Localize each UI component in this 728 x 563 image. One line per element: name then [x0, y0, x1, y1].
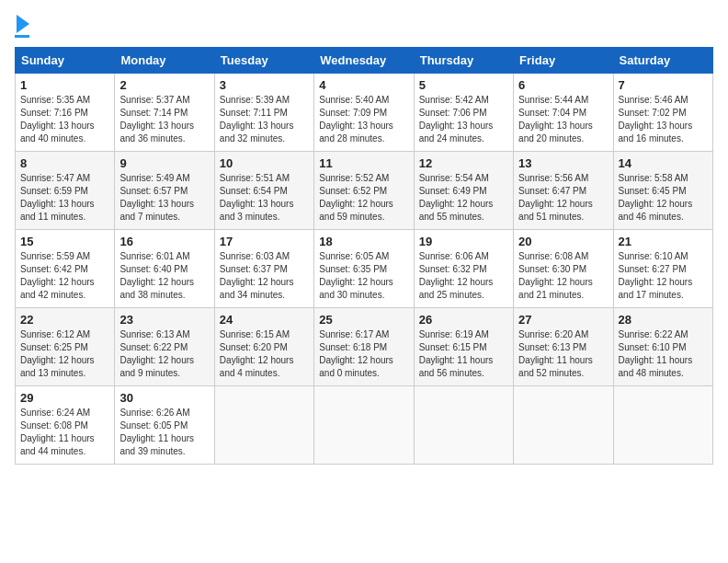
page-header [15, 15, 713, 38]
calendar-cell [613, 386, 712, 465]
calendar-cell: 22Sunrise: 6:12 AM Sunset: 6:25 PM Dayli… [16, 308, 115, 386]
day-detail: Sunrise: 5:39 AM Sunset: 7:11 PM Dayligh… [220, 94, 309, 145]
calendar-cell [314, 386, 414, 465]
day-number: 5 [419, 78, 508, 92]
day-number: 22 [20, 313, 109, 327]
day-number: 6 [518, 78, 608, 92]
calendar-cell: 15Sunrise: 5:59 AM Sunset: 6:42 PM Dayli… [16, 230, 115, 308]
day-number: 28 [619, 313, 708, 327]
day-detail: Sunrise: 5:52 AM Sunset: 6:52 PM Dayligh… [319, 172, 408, 224]
calendar-cell: 24Sunrise: 6:15 AM Sunset: 6:20 PM Dayli… [214, 308, 313, 386]
calendar-cell: 21Sunrise: 6:10 AM Sunset: 6:27 PM Dayli… [613, 230, 712, 308]
calendar-cell: 30Sunrise: 6:26 AM Sunset: 6:05 PM Dayli… [115, 386, 214, 465]
logo [15, 15, 29, 38]
col-header-saturday: Saturday [613, 48, 712, 74]
day-detail: Sunrise: 6:17 AM Sunset: 6:18 PM Dayligh… [319, 328, 408, 380]
calendar-cell: 6Sunrise: 5:44 AM Sunset: 7:04 PM Daylig… [514, 74, 613, 152]
day-detail: Sunrise: 6:22 AM Sunset: 6:10 PM Dayligh… [619, 328, 708, 380]
calendar-cell: 26Sunrise: 6:19 AM Sunset: 6:15 PM Dayli… [414, 308, 513, 386]
calendar-cell: 28Sunrise: 6:22 AM Sunset: 6:10 PM Dayli… [613, 308, 712, 386]
calendar-cell: 20Sunrise: 6:08 AM Sunset: 6:30 PM Dayli… [514, 230, 613, 308]
day-number: 23 [119, 313, 209, 327]
calendar-cell: 19Sunrise: 6:06 AM Sunset: 6:32 PM Dayli… [414, 230, 513, 308]
day-number: 29 [20, 391, 109, 405]
calendar-cell: 8Sunrise: 5:47 AM Sunset: 6:59 PM Daylig… [16, 152, 115, 230]
calendar-cell: 17Sunrise: 6:03 AM Sunset: 6:37 PM Dayli… [214, 230, 313, 308]
day-number: 8 [20, 156, 109, 170]
calendar-cell [414, 386, 513, 465]
calendar-cell: 18Sunrise: 6:05 AM Sunset: 6:35 PM Dayli… [314, 230, 414, 308]
day-number: 14 [619, 156, 708, 170]
day-detail: Sunrise: 5:47 AM Sunset: 6:59 PM Dayligh… [20, 172, 109, 224]
day-number: 7 [619, 78, 708, 92]
day-number: 2 [119, 78, 209, 92]
day-number: 1 [20, 78, 109, 92]
day-number: 24 [220, 313, 309, 327]
day-number: 27 [518, 313, 608, 327]
day-detail: Sunrise: 6:10 AM Sunset: 6:27 PM Dayligh… [619, 250, 708, 302]
calendar-cell: 27Sunrise: 6:20 AM Sunset: 6:13 PM Dayli… [514, 308, 613, 386]
calendar-cell: 12Sunrise: 5:54 AM Sunset: 6:49 PM Dayli… [414, 152, 513, 230]
calendar-cell: 1Sunrise: 5:35 AM Sunset: 7:16 PM Daylig… [16, 74, 115, 152]
calendar-cell [214, 386, 313, 465]
day-number: 19 [419, 235, 508, 248]
day-detail: Sunrise: 5:35 AM Sunset: 7:16 PM Dayligh… [20, 94, 109, 145]
calendar-cell: 2Sunrise: 5:37 AM Sunset: 7:14 PM Daylig… [115, 74, 214, 152]
calendar-cell: 11Sunrise: 5:52 AM Sunset: 6:52 PM Dayli… [314, 152, 414, 230]
col-header-sunday: Sunday [16, 48, 115, 74]
day-number: 15 [20, 235, 109, 248]
day-detail: Sunrise: 5:58 AM Sunset: 6:45 PM Dayligh… [619, 172, 708, 224]
day-number: 17 [220, 235, 309, 248]
calendar-table: SundayMondayTuesdayWednesdayThursdayFrid… [15, 47, 713, 465]
calendar-cell: 13Sunrise: 5:56 AM Sunset: 6:47 PM Dayli… [514, 152, 613, 230]
day-number: 16 [119, 235, 209, 248]
day-detail: Sunrise: 6:20 AM Sunset: 6:13 PM Dayligh… [518, 328, 608, 380]
day-detail: Sunrise: 5:40 AM Sunset: 7:09 PM Dayligh… [319, 94, 408, 145]
day-number: 30 [119, 391, 209, 405]
day-number: 26 [419, 313, 508, 327]
day-number: 18 [319, 235, 408, 248]
calendar-cell: 3Sunrise: 5:39 AM Sunset: 7:11 PM Daylig… [214, 74, 313, 152]
day-number: 25 [319, 313, 408, 327]
day-detail: Sunrise: 5:46 AM Sunset: 7:02 PM Dayligh… [619, 94, 708, 145]
col-header-thursday: Thursday [414, 48, 513, 74]
calendar-cell: 16Sunrise: 6:01 AM Sunset: 6:40 PM Dayli… [115, 230, 214, 308]
calendar-cell: 25Sunrise: 6:17 AM Sunset: 6:18 PM Dayli… [314, 308, 414, 386]
day-number: 21 [619, 235, 708, 248]
day-number: 20 [518, 235, 608, 248]
logo-underline [15, 35, 29, 38]
day-detail: Sunrise: 6:19 AM Sunset: 6:15 PM Dayligh… [419, 328, 508, 380]
calendar-cell: 5Sunrise: 5:42 AM Sunset: 7:06 PM Daylig… [414, 74, 513, 152]
day-detail: Sunrise: 6:08 AM Sunset: 6:30 PM Dayligh… [518, 250, 608, 302]
calendar-cell: 14Sunrise: 5:58 AM Sunset: 6:45 PM Dayli… [613, 152, 712, 230]
calendar-cell: 29Sunrise: 6:24 AM Sunset: 6:08 PM Dayli… [16, 386, 115, 465]
day-detail: Sunrise: 6:01 AM Sunset: 6:40 PM Dayligh… [119, 250, 209, 302]
day-detail: Sunrise: 5:54 AM Sunset: 6:49 PM Dayligh… [419, 172, 508, 224]
col-header-friday: Friday [514, 48, 613, 74]
calendar-cell [514, 386, 613, 465]
day-detail: Sunrise: 6:26 AM Sunset: 6:05 PM Dayligh… [119, 407, 209, 458]
day-detail: Sunrise: 6:05 AM Sunset: 6:35 PM Dayligh… [319, 250, 408, 302]
day-detail: Sunrise: 6:12 AM Sunset: 6:25 PM Dayligh… [20, 328, 109, 380]
day-number: 10 [220, 156, 309, 170]
day-detail: Sunrise: 6:06 AM Sunset: 6:32 PM Dayligh… [419, 250, 508, 302]
calendar-cell: 10Sunrise: 5:51 AM Sunset: 6:54 PM Dayli… [214, 152, 313, 230]
day-detail: Sunrise: 6:15 AM Sunset: 6:20 PM Dayligh… [220, 328, 309, 380]
day-number: 12 [419, 156, 508, 170]
day-detail: Sunrise: 5:51 AM Sunset: 6:54 PM Dayligh… [220, 172, 309, 224]
day-number: 3 [220, 78, 309, 92]
col-header-monday: Monday [115, 48, 214, 74]
col-header-wednesday: Wednesday [314, 48, 414, 74]
day-detail: Sunrise: 5:56 AM Sunset: 6:47 PM Dayligh… [518, 172, 608, 224]
col-header-tuesday: Tuesday [214, 48, 313, 74]
day-detail: Sunrise: 5:44 AM Sunset: 7:04 PM Dayligh… [518, 94, 608, 145]
calendar-cell: 7Sunrise: 5:46 AM Sunset: 7:02 PM Daylig… [613, 74, 712, 152]
logo-arrow-icon [17, 15, 29, 33]
day-detail: Sunrise: 5:42 AM Sunset: 7:06 PM Dayligh… [419, 94, 508, 145]
day-detail: Sunrise: 6:13 AM Sunset: 6:22 PM Dayligh… [119, 328, 209, 380]
calendar-cell: 23Sunrise: 6:13 AM Sunset: 6:22 PM Dayli… [115, 308, 214, 386]
day-detail: Sunrise: 5:59 AM Sunset: 6:42 PM Dayligh… [20, 250, 109, 302]
day-detail: Sunrise: 5:49 AM Sunset: 6:57 PM Dayligh… [119, 172, 209, 224]
day-number: 4 [319, 78, 408, 92]
day-number: 11 [319, 156, 408, 170]
